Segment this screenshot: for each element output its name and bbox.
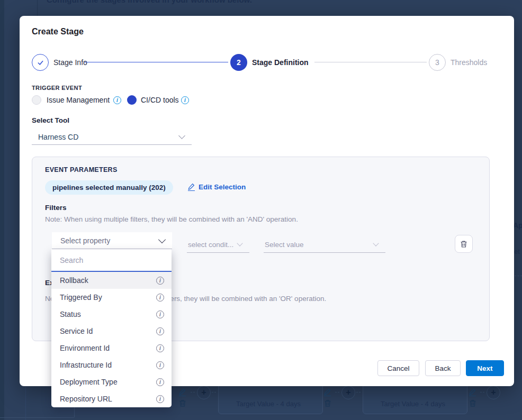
selection-pill: pipelines selected manually (202) <box>45 180 173 195</box>
info-icon[interactable] <box>181 96 189 104</box>
connector-dash <box>212 392 216 392</box>
dropdown-item-label: Status <box>60 310 156 318</box>
background-frame-line <box>0 417 74 418</box>
background-card-label: Target Value - 4 days <box>381 400 445 408</box>
connector-dash <box>356 392 361 392</box>
edit-selection-label: Edit Selection <box>199 183 246 191</box>
stepper-connector <box>84 62 228 62</box>
dropdown-item-label: Infrastructure Id <box>60 361 156 369</box>
info-icon[interactable] <box>156 294 164 302</box>
dropdown-item-triggered-by[interactable]: Triggered By <box>51 289 172 306</box>
search-input[interactable] <box>51 249 172 272</box>
dropdown-item-label: Environment Id <box>60 344 156 352</box>
tool-select-value: Harness CD <box>32 133 179 141</box>
dropdown-item-status[interactable]: Status <box>51 306 172 323</box>
page-title: Create Stage <box>32 27 84 36</box>
radio-cicd-tools[interactable] <box>127 95 137 105</box>
delete-filter-button[interactable] <box>455 235 473 253</box>
filters-heading: Filters <box>45 204 67 212</box>
dropdown-item-label: Rollback <box>60 276 156 285</box>
edit-icon <box>179 388 186 397</box>
edit-selection-link[interactable]: Edit Selection <box>188 183 246 191</box>
background-left-strip <box>0 0 4 420</box>
check-icon <box>37 59 44 67</box>
chevron-down-icon <box>237 240 242 246</box>
edit-icon <box>324 388 331 397</box>
dropdown-item-label: Triggered By <box>60 293 156 302</box>
background-fragment: et <box>514 248 520 255</box>
value-select[interactable]: Select value <box>264 236 385 253</box>
condition-select-placeholder: select condit... <box>187 241 238 249</box>
chevron-down-icon <box>178 132 185 139</box>
background-divider <box>37 0 38 16</box>
info-icon[interactable] <box>156 378 164 386</box>
plus-icon <box>487 386 500 399</box>
connector-dash <box>191 392 195 392</box>
dropdown-item-repository-url[interactable]: Repository URL <box>51 390 172 407</box>
create-stage-modal: Create Stage Stage Info 2 Stage Definiti… <box>20 16 514 386</box>
edit-icon <box>469 388 476 397</box>
info-icon[interactable] <box>156 327 164 335</box>
value-select-placeholder: Select value <box>264 241 374 249</box>
tool-select[interactable]: Harness CD <box>32 129 192 145</box>
screen: Configure the stages involved in your wo… <box>0 0 522 420</box>
info-icon[interactable] <box>156 395 164 403</box>
dropdown-item-deployment-type[interactable]: Deployment Type <box>51 373 172 390</box>
step-thresholds-circle[interactable]: 3 <box>429 54 446 71</box>
property-dropdown: Rollback Triggered By Status Service Id … <box>51 249 172 407</box>
cancel-button[interactable]: Cancel <box>377 360 419 376</box>
connector-dash <box>480 392 484 392</box>
info-icon[interactable] <box>156 311 164 318</box>
step-number: 3 <box>435 58 439 67</box>
property-select[interactable]: Select property <box>52 232 172 249</box>
info-icon[interactable] <box>156 344 164 352</box>
background-fragment: Ap <box>513 221 522 230</box>
step-stage-definition-label: Stage Definition <box>252 58 309 67</box>
trigger-event-label: TRIGGER EVENT <box>32 85 82 91</box>
chevron-down-icon <box>158 235 166 243</box>
trash-icon <box>469 399 476 407</box>
dropdown-item-environment-id[interactable]: Environment Id <box>51 340 172 357</box>
info-icon[interactable] <box>113 96 121 104</box>
edit-pencil-icon <box>188 183 195 191</box>
plus-icon <box>197 386 211 399</box>
info-icon[interactable] <box>156 361 164 369</box>
next-button[interactable]: Next <box>466 360 504 376</box>
stepper-connector <box>314 62 427 62</box>
connector-dash <box>335 392 339 392</box>
trash-icon <box>324 399 331 407</box>
trash-icon <box>460 240 467 248</box>
dropdown-item-label: Repository URL <box>60 395 156 403</box>
step-stage-info-label: Stage Info <box>53 58 87 67</box>
dropdown-item-rollback[interactable]: Rollback <box>51 272 172 289</box>
dropdown-item-infrastructure-id[interactable]: Infrastructure Id <box>51 357 172 373</box>
radio-issue-management[interactable] <box>32 95 41 105</box>
plus-icon <box>341 386 355 399</box>
property-select-placeholder: Select property <box>52 236 159 245</box>
dropdown-item-service-id[interactable]: Service Id <box>51 323 172 340</box>
select-tool-label: Select Tool <box>32 116 69 124</box>
trash-icon <box>179 399 186 407</box>
background-frame-line <box>25 387 26 420</box>
background-card-label: Target Value - 4 days <box>236 400 301 408</box>
back-button[interactable]: Back <box>425 360 461 376</box>
chevron-down-icon <box>373 240 379 246</box>
filters-note: Note: When using multiple filters, they … <box>45 215 298 223</box>
step-thresholds-label: Thresholds <box>451 58 487 67</box>
info-icon[interactable] <box>156 277 164 285</box>
radio-cicd-tools-label: CI/CD tools <box>141 96 179 104</box>
radio-issue-management-label: Issue Management <box>47 96 110 104</box>
step-stage-info-circle[interactable] <box>32 54 49 71</box>
event-parameters-heading: EVENT PARAMETERS <box>45 166 118 174</box>
dropdown-item-label: Deployment Type <box>60 378 156 386</box>
background-dashed-line <box>515 276 522 276</box>
step-number: 2 <box>237 58 241 67</box>
dropdown-item-label: Service Id <box>60 327 156 335</box>
condition-select[interactable]: select condit... <box>187 236 249 253</box>
background-heading: Configure the stages involved in your wo… <box>47 0 252 4</box>
step-stage-definition-circle[interactable]: 2 <box>230 54 247 71</box>
